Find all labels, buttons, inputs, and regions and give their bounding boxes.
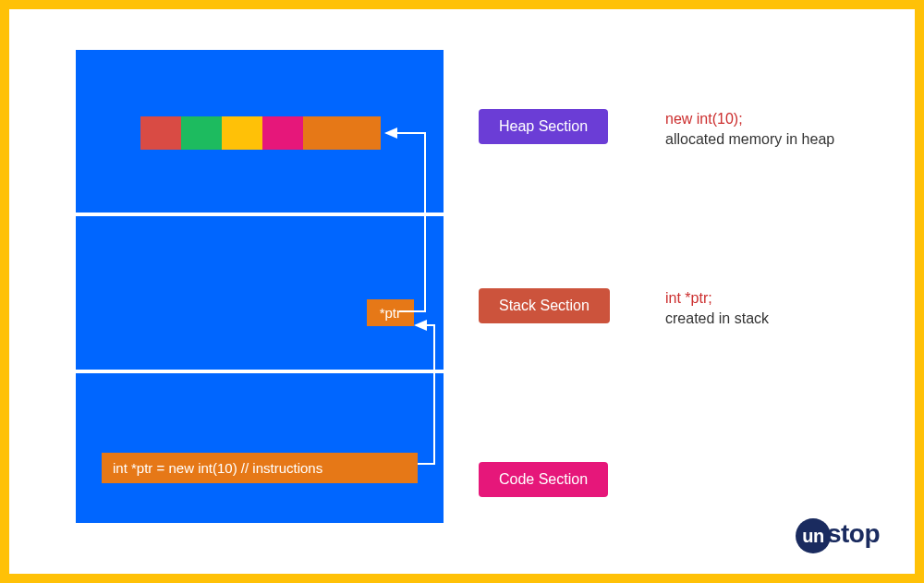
heap-label: Heap Section [479, 109, 608, 144]
heap-code-text: new int(10); [665, 109, 834, 129]
stack-section: *ptr [76, 216, 444, 373]
stack-description: int *ptr; created in stack [665, 288, 769, 330]
mem-block [262, 116, 303, 150]
mem-block [140, 116, 181, 150]
mem-block [181, 116, 222, 150]
heap-memory-blocks [140, 116, 381, 150]
mem-block [222, 116, 262, 150]
code-label: Code Section [479, 462, 608, 497]
stack-label: Stack Section [479, 288, 610, 323]
logo-badge: un [796, 518, 831, 553]
ptr-variable: *ptr [367, 299, 414, 326]
logo-text: stop [827, 519, 880, 548]
heap-description: new int(10); allocated memory in heap [665, 109, 834, 151]
code-instruction: int *ptr = new int(10) // instructions [102, 453, 418, 483]
heap-desc-text: allocated memory in heap [665, 129, 834, 150]
mem-block-allocated [303, 116, 381, 150]
memory-diagram: *ptr int *ptr = new int(10) // instructi… [76, 50, 444, 527]
heap-section [76, 50, 444, 216]
stack-desc-text: created in stack [665, 309, 769, 329]
code-section: int *ptr = new int(10) // instructions [76, 373, 444, 523]
stack-code-text: int *ptr; [665, 288, 769, 309]
unstop-logo: unstop [796, 518, 880, 553]
